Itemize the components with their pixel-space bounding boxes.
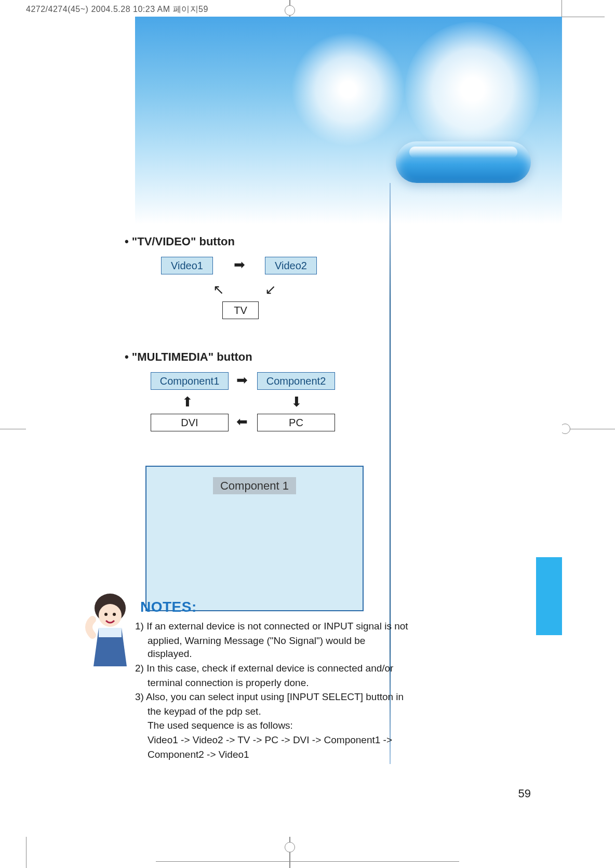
pill-graphic [396, 141, 531, 183]
notes-title: NOTES: [140, 599, 410, 615]
arrow-right-icon: ➡ [236, 372, 248, 388]
note-line: 3) Also, you can select input using [INP… [135, 690, 410, 704]
arrow-up-left-icon: ↖ [213, 282, 224, 298]
box-pc: PC [257, 414, 335, 431]
svg-rect-4 [99, 628, 122, 637]
preview-label: Component 1 [146, 479, 363, 493]
page-body: "TV/VIDEO" button Video1 ➡ Video2 ↖ ↙ TV… [26, 17, 562, 837]
notes-body: 1) If an external device is not connecte… [135, 620, 410, 761]
box-tv: TV [222, 301, 259, 319]
note-line: The used sequence is as follows: [148, 719, 410, 732]
arrow-right-icon: ➡ [234, 257, 245, 273]
mascot-illustration [83, 588, 140, 672]
registration-mark [156, 861, 459, 862]
svg-point-2 [104, 613, 108, 616]
preview-box: Component 1 [145, 466, 364, 611]
print-meta-header: 4272/4274(45~) 2004.5.28 10:23 AM 페이지59 [26, 4, 208, 15]
registration-mark [285, 5, 295, 16]
box-component2: Component2 [257, 372, 335, 390]
box-video1: Video1 [161, 257, 213, 274]
arrow-down-icon: ⬇ [291, 394, 302, 410]
note-line: terminal connection is properly done. [148, 676, 410, 690]
multimedia-diagram: Component1 ➡ Component2 ⬆ ⬇ DVI ⬅ PC [151, 372, 395, 445]
registration-mark [285, 842, 295, 852]
registration-mark [0, 429, 26, 429]
note-line: Component2 -> Video1 [148, 748, 410, 761]
box-video2: Video2 [265, 257, 317, 274]
header-banner [135, 17, 562, 225]
section-title-multimedia: "MULTIMEDIA" button [125, 350, 395, 364]
registration-mark [568, 429, 615, 429]
note-line: 2) In this case, check if external devic… [135, 662, 410, 675]
preview-label-text: Component 1 [213, 477, 296, 494]
note-line: applied, Warning Message ("No Signal") w… [148, 634, 410, 661]
arrow-left-icon: ⬅ [236, 414, 248, 430]
arrow-down-left-icon: ↙ [265, 282, 276, 298]
section-title-tvvideo: "TV/VIDEO" button [125, 235, 395, 248]
side-tab [536, 557, 562, 635]
note-line: Video1 -> Video2 -> TV -> PC -> DVI -> C… [148, 733, 410, 747]
notes-section: NOTES: 1) If an external device is not c… [83, 599, 410, 762]
dandelion-graphic [291, 32, 405, 147]
box-dvi: DVI [151, 414, 229, 431]
arrow-up-icon: ⬆ [182, 394, 193, 410]
dandelion-graphic [405, 22, 540, 157]
tvvideo-diagram: Video1 ➡ Video2 ↖ ↙ TV [161, 257, 395, 335]
note-line: 1) If an external device is not connecte… [135, 620, 410, 633]
page-number: 59 [518, 787, 531, 800]
box-component1: Component1 [151, 372, 229, 390]
svg-point-3 [113, 613, 116, 616]
main-content: "TV/VIDEO" button Video1 ➡ Video2 ↖ ↙ TV… [125, 235, 395, 611]
note-line: the keypad of the pdp set. [148, 705, 410, 718]
